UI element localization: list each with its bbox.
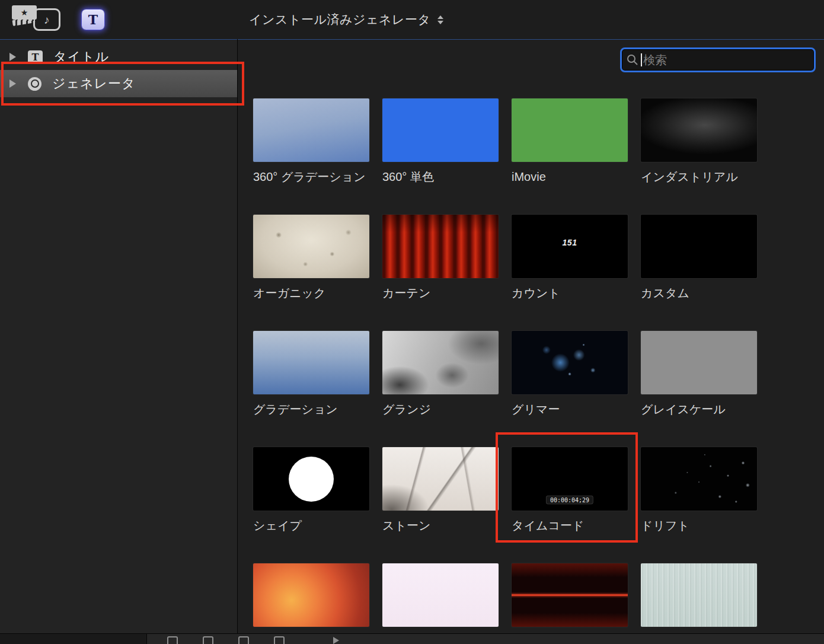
star-icon: ★ <box>21 8 28 17</box>
organic-thumbnail <box>253 215 369 278</box>
generator-label: 360° 単色 <box>382 169 499 185</box>
generators-icon <box>28 77 41 91</box>
music-note-icon: ♪ <box>33 8 60 31</box>
titles-T-icon: T <box>82 9 104 30</box>
industrial-thumbnail <box>641 98 757 162</box>
generator-cell[interactable]: 360° 単色 <box>382 98 499 215</box>
generator-cell[interactable] <box>253 563 369 644</box>
search-icon <box>627 54 638 66</box>
sidebar-item-generators[interactable]: ジェネレータ <box>0 70 237 97</box>
bottom-toolbar-icon-2[interactable] <box>203 636 213 644</box>
generator-cell[interactable]: グランジ <box>382 331 499 447</box>
media-browser-button[interactable]: ♪ <box>33 8 60 31</box>
blob-thumbnail <box>253 563 369 627</box>
sidebar-item-label: ジェネレータ <box>52 75 136 93</box>
toolbar: ★ ♪ T インストール済みジェネレータ <box>0 0 824 40</box>
generator-cell[interactable]: カスタム <box>641 215 757 331</box>
generator-label: カスタム <box>641 285 757 301</box>
count-overlay-text: 151 <box>563 238 577 247</box>
generator-label: グレイスケール <box>641 401 757 417</box>
bottom-toolbar-icon-3[interactable] <box>238 636 249 644</box>
popup-label: インストール済みジェネレータ <box>249 11 430 28</box>
generator-cell[interactable]: オーガニック <box>253 215 369 331</box>
titles-generators-button[interactable]: T <box>82 9 104 30</box>
bottom-toolbar-left-pane <box>0 634 147 644</box>
pale-pink-thumbnail <box>382 563 499 627</box>
generator-cell[interactable] <box>382 563 499 644</box>
sidebar-item-titles[interactable]: T タイトル <box>0 44 237 70</box>
bottom-toolbar-icon-4[interactable] <box>274 636 285 644</box>
grunge-thumbnail <box>382 331 499 394</box>
generator-cell[interactable]: 151カウント <box>512 215 628 331</box>
play-icon[interactable] <box>333 637 339 644</box>
solid-green-thumbnail <box>512 98 628 162</box>
disclosure-triangle-icon[interactable] <box>9 79 16 88</box>
generator-cell[interactable] <box>641 563 757 644</box>
toolbar-buttons: ★ ♪ T <box>12 0 104 39</box>
generator-cell[interactable]: 00:00:04;29タイムコード <box>512 447 628 563</box>
sidebar: T タイトル ジェネレータ <box>0 40 237 644</box>
generator-cell[interactable]: グラデーション <box>253 331 369 447</box>
generator-label: オーガニック <box>253 285 369 301</box>
stone-thumbnail <box>382 447 499 511</box>
browser-main: 検索 360° グラデーション360° 単色iMovieインダストリアルオーガニ… <box>238 40 824 644</box>
titles-generators-browser: ★ ♪ T インストール済みジェネレータ T タイトル ジェネ <box>0 0 824 644</box>
generator-cell[interactable]: カーテン <box>382 215 499 331</box>
grayscale-thumbnail <box>641 331 757 394</box>
grad360-thumbnail <box>253 98 369 162</box>
sidebar-item-label: タイトル <box>53 48 109 66</box>
count-thumbnail: 151 <box>512 215 628 278</box>
drift-thumbnail <box>641 447 757 511</box>
disclosure-triangle-icon[interactable] <box>9 53 16 61</box>
laser-thumbnail <box>512 563 628 627</box>
generator-label: カウント <box>512 285 628 301</box>
generator-cell[interactable]: グリマー <box>512 331 628 447</box>
generator-label: グラデーション <box>253 401 369 417</box>
generator-cell[interactable]: インダストリアル <box>641 98 757 215</box>
timecode-thumbnail: 00:00:04;29 <box>512 447 628 511</box>
generator-label: グランジ <box>382 401 499 417</box>
generator-cell[interactable]: グレイスケール <box>641 331 757 447</box>
generator-label: iMovie <box>512 169 628 185</box>
shape-thumbnail <box>253 447 369 511</box>
installed-generators-popup[interactable]: インストール済みジェネレータ <box>249 0 443 39</box>
generator-cell[interactable]: 360° グラデーション <box>253 98 369 215</box>
generator-label: カーテン <box>382 285 499 301</box>
search-field[interactable]: 検索 <box>620 47 816 72</box>
bottom-toolbar-icon-1[interactable] <box>167 636 178 644</box>
generator-cell[interactable]: ドリフト <box>641 447 757 563</box>
generator-cell[interactable]: シェイプ <box>253 447 369 563</box>
text-caret <box>641 53 642 66</box>
generator-label: 360° グラデーション <box>253 169 369 185</box>
titles-icon: T <box>28 50 43 64</box>
gradient-thumbnail <box>253 331 369 394</box>
timecode-overlay-text: 00:00:04;29 <box>546 495 593 504</box>
generator-cell[interactable]: ストーン <box>382 447 499 563</box>
generator-label: シェイプ <box>253 518 369 534</box>
solid-blue-thumbnail <box>382 98 499 162</box>
pale-teal-thumbnail <box>641 563 757 627</box>
glimmer-thumbnail <box>512 331 628 394</box>
generator-cell[interactable]: iMovie <box>512 98 628 215</box>
curtain-thumbnail <box>382 215 499 278</box>
generator-label: グリマー <box>512 401 628 417</box>
chevron-up-down-icon <box>437 15 443 24</box>
search-placeholder: 検索 <box>643 52 667 68</box>
generator-label: タイムコード <box>512 518 628 534</box>
generator-label: ドリフト <box>641 518 757 534</box>
bottom-toolbar <box>0 633 824 644</box>
generator-label: インダストリアル <box>641 169 757 185</box>
custom-thumbnail <box>641 215 757 278</box>
generator-grid: 360° グラデーション360° 単色iMovieインダストリアルオーガニックカ… <box>253 98 757 644</box>
generator-cell[interactable] <box>512 563 628 644</box>
generator-label: ストーン <box>382 518 499 534</box>
